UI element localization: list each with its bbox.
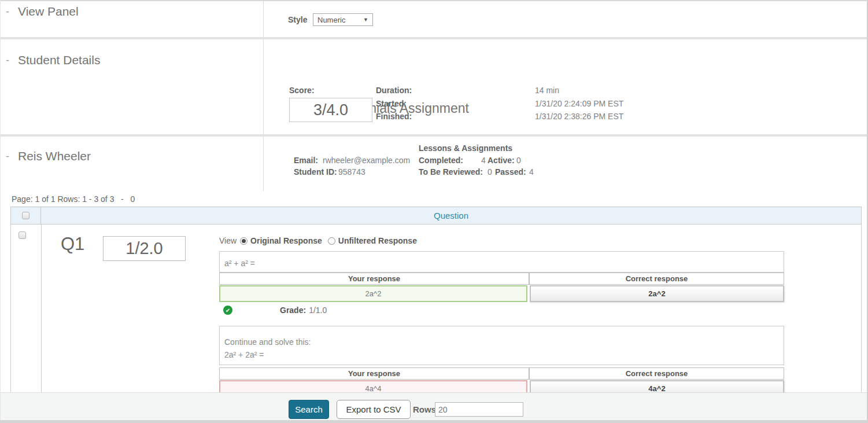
view-panel-section: - View Panel Style Numeric ▼ — [0, 1, 868, 37]
column-divider — [41, 225, 42, 397]
student-id-value: 958743 — [338, 167, 365, 176]
student-details-section: - Student Details Basic Polynomials Assi… — [0, 39, 868, 134]
question-prompt-2-line1: Continue and solve this: — [224, 336, 779, 348]
footer-action-bar: Search Export to CSV Rows — [0, 392, 868, 420]
pagination-status: Page: 1 of 1 Rows: 1 - 3 of 3 - 0 — [12, 194, 135, 204]
collapse-icon[interactable]: - — [6, 54, 9, 67]
row-checkbox[interactable] — [19, 231, 26, 239]
style-dropdown-value: Numeric — [317, 16, 345, 24]
your-response-header: Your response — [219, 367, 529, 380]
assignment-review-page: - View Panel Style Numeric ▼ - Student D… — [0, 0, 868, 423]
unfiltered-response-label: Unfiltered Response — [338, 236, 417, 245]
select-all-cell — [11, 207, 41, 224]
response-table-header-1: Your response Correct response — [219, 273, 784, 285]
student-id-label: Student ID: — [294, 167, 337, 176]
email-label: Email: — [294, 156, 318, 165]
student-details-title: Student Details — [18, 53, 100, 67]
response-values-1: 2a^2 2a^2 — [219, 285, 784, 302]
active-label: Active: — [487, 156, 515, 165]
rows-label: Rows — [413, 404, 436, 414]
duration-value: 14 min — [535, 86, 559, 95]
duration-label: Duration: — [376, 86, 412, 95]
started-label: Started: — [376, 99, 407, 108]
passed-label: Passed: — [495, 167, 526, 176]
your-response-value-correct: 2a^2 — [219, 285, 527, 302]
search-button[interactable]: Search — [289, 400, 329, 419]
email-value: rwheeler@example.com — [323, 156, 410, 165]
page-border-top — [0, 0, 868, 1]
finished-value: 1/31/20 2:38:26 PM EST — [535, 112, 623, 121]
active-value: 0 — [516, 156, 521, 165]
response-table-header-2: Your response Correct response — [219, 367, 784, 380]
question-row-q1: Q1 1/2.0 View Original Response Unfilter… — [11, 225, 861, 397]
original-response-radio[interactable] — [240, 237, 248, 245]
to-be-reviewed-value: 0 — [487, 167, 492, 176]
your-response-header: Your response — [219, 273, 529, 285]
grade-value: 1/1.0 — [309, 306, 327, 315]
question-number: Q1 — [61, 234, 84, 255]
grade-label: Grade: — [280, 306, 306, 315]
lessons-assignments-header: Lessons & Assignments — [419, 144, 512, 153]
section-divider — [263, 1, 264, 37]
passed-value: 4 — [529, 167, 534, 176]
overall-score-input[interactable]: 3/4.0 — [289, 98, 372, 122]
style-label: Style — [288, 15, 307, 24]
student-section: - Reis Wheeler Lessons & Assignments Ema… — [0, 137, 868, 191]
question-prompt-2: Continue and solve this: 2a² + 2a² = — [219, 326, 784, 365]
section-divider — [263, 137, 264, 191]
response-view-toggle: View Original Response Unfiltered Respon… — [219, 236, 423, 245]
question-score-input[interactable]: 1/2.0 — [103, 236, 186, 261]
student-name: Reis Wheeler — [18, 149, 91, 163]
correct-response-value: 2a^2 — [530, 285, 784, 302]
rows-input[interactable] — [435, 402, 523, 417]
view-panel-title: View Panel — [18, 5, 79, 19]
started-value: 1/31/20 2:24:09 PM EST — [535, 99, 623, 108]
question-table-header: Question — [11, 207, 861, 225]
unfiltered-response-radio[interactable] — [328, 237, 335, 245]
export-csv-button[interactable]: Export to CSV — [337, 400, 411, 419]
finished-label: Finished: — [376, 112, 412, 121]
question-table: Question Q1 1/2.0 View Original Response… — [10, 207, 862, 397]
correct-check-icon: ✔ — [223, 306, 232, 315]
completed-label: Completed: — [419, 156, 463, 165]
question-prompt-2-line2: 2a² + 2a² = — [224, 348, 779, 361]
chevron-down-icon: ▼ — [363, 17, 368, 23]
collapse-icon[interactable]: - — [6, 150, 9, 163]
select-all-checkbox[interactable] — [22, 212, 29, 219]
collapse-icon[interactable]: - — [6, 6, 9, 18]
to-be-reviewed-label: To Be Reviewed: — [419, 167, 483, 176]
view-label: View — [219, 236, 237, 245]
question-column-header[interactable]: Question — [41, 207, 861, 224]
page-border-left — [0, 0, 1, 423]
section-divider — [263, 39, 264, 134]
correct-response-header: Correct response — [529, 367, 784, 380]
completed-value: 4 — [481, 156, 486, 165]
grade-row: ✔ Grade: 1/1.0 — [223, 306, 327, 315]
question-prompt-1: a² + a² = — [219, 251, 784, 273]
correct-response-header: Correct response — [529, 273, 784, 285]
score-label: Score: — [289, 86, 315, 95]
original-response-label: Original Response — [250, 236, 322, 245]
page-border-bottom — [0, 420, 868, 423]
style-dropdown[interactable]: Numeric ▼ — [313, 13, 373, 26]
